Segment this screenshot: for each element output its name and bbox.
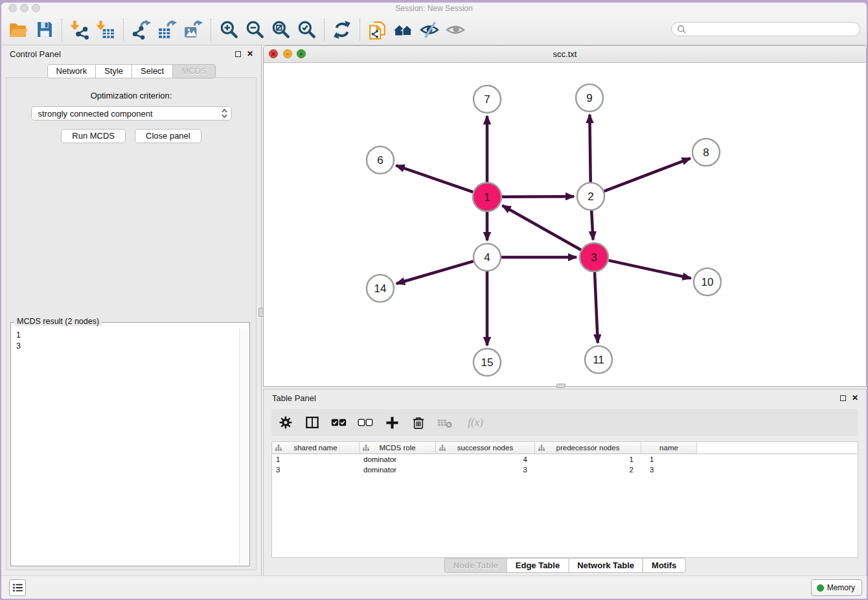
criterion-select[interactable]: strongly connected component [31, 106, 232, 121]
tab-node-table[interactable]: Node Table [444, 558, 507, 573]
graph-edge-2-9[interactable] [589, 115, 590, 182]
main-area: Control Panel ✕ NetworkStyleSelectMCDS O… [1, 45, 867, 576]
deselect-all-button[interactable] [358, 414, 373, 431]
mcds-result-legend: MCDS result (2 nodes) [14, 317, 102, 326]
tab-network-table[interactable]: Network Table [568, 558, 643, 573]
graph-node-label-2: 2 [588, 190, 593, 203]
table-cell: 3 [272, 465, 360, 475]
tab-edge-table[interactable]: Edge Table [507, 558, 569, 573]
export-image-button[interactable] [180, 17, 206, 42]
column-header-successor-nodes[interactable]: successor nodes [436, 442, 535, 454]
column-header-predecessor-nodes[interactable]: predecessor nodes [535, 442, 641, 454]
network-canvas[interactable]: 7968124314101511 [264, 63, 865, 386]
refresh-icon [332, 20, 352, 40]
graph-edge-1-6[interactable] [396, 165, 474, 192]
import-network-button[interactable] [67, 17, 93, 42]
horizontal-splitter-grip[interactable] [556, 384, 565, 388]
minimize-view-icon[interactable]: − [283, 49, 292, 58]
close-panel-button[interactable]: Close panel [135, 129, 201, 143]
table-cell: 1 [272, 454, 360, 465]
float-panel-icon[interactable] [235, 51, 241, 57]
table-options-button[interactable] [278, 414, 293, 431]
graph-edge-1-2[interactable] [502, 196, 574, 197]
graph-edge-4-14[interactable] [396, 261, 474, 284]
trash-icon [411, 415, 426, 430]
graph-node-label-10: 10 [702, 276, 714, 288]
mcds-result-line: 1 [16, 330, 235, 341]
graph-edge-2-8[interactable] [604, 158, 691, 191]
zoom-fit-icon [271, 20, 290, 40]
table-panel-title: Table Panel [264, 389, 866, 408]
add-row-button[interactable] [384, 414, 400, 431]
import-network-icon [70, 20, 89, 40]
main-toolbar [1, 14, 867, 45]
table-body: 1dominator4113dominator323 [272, 454, 858, 475]
table-cell: 2 [535, 465, 641, 475]
zoom-selected-button[interactable] [293, 17, 319, 42]
column-header-MCDS-role[interactable]: MCDS role [360, 442, 436, 454]
zoom-window-icon[interactable] [32, 4, 40, 12]
minimize-window-icon[interactable] [20, 4, 29, 12]
tab-network[interactable]: Network [47, 64, 96, 78]
table-row[interactable]: 3dominator323 [272, 465, 858, 475]
open-session-button[interactable] [5, 17, 31, 42]
graph-edge-3-10[interactable] [608, 260, 691, 279]
network-window-titlebar: ✕ − + scc.txt [264, 46, 866, 63]
apply-function-button: f(x) [464, 414, 487, 431]
result-scrollbar[interactable] [239, 329, 249, 565]
task-history-button[interactable] [9, 579, 26, 596]
zoom-out-button[interactable] [242, 17, 268, 42]
close-panel-icon[interactable]: ✕ [247, 51, 253, 58]
export-network-button[interactable] [128, 17, 154, 42]
search-input[interactable] [689, 24, 854, 34]
tab-mcds[interactable]: MCDS [172, 64, 215, 78]
search-box[interactable] [671, 22, 860, 36]
refresh-view-button[interactable] [329, 17, 355, 42]
close-table-panel-icon[interactable]: ✕ [852, 395, 858, 402]
graph-edge-3-1[interactable] [503, 205, 581, 249]
tab-style[interactable]: Style [95, 64, 132, 78]
eye-icon [446, 20, 465, 40]
toolbar-separator [123, 19, 124, 41]
close-window-icon[interactable] [8, 4, 17, 12]
table-row[interactable]: 1dominator411 [272, 454, 858, 465]
status-bar: Memory [1, 575, 867, 599]
memory-button[interactable]: Memory [811, 579, 862, 596]
reset-view-button[interactable] [391, 17, 417, 42]
eye-slash-icon [420, 20, 439, 40]
toolbar-separator [62, 19, 62, 41]
graph-edge-3-11[interactable] [595, 272, 598, 343]
delete-table-button [437, 414, 453, 431]
zoom-fit-button[interactable] [268, 17, 293, 42]
select-all-button[interactable] [331, 414, 347, 431]
float-table-panel-icon[interactable] [840, 395, 846, 401]
control-panel: Control Panel ✕ NetworkStyleSelectMCDS O… [1, 45, 262, 576]
close-view-icon[interactable]: ✕ [269, 49, 278, 58]
zoom-out-icon [245, 20, 264, 40]
maximize-view-icon[interactable]: + [297, 49, 306, 58]
tab-select[interactable]: Select [131, 64, 173, 78]
control-panel-title: Control Panel [1, 45, 261, 63]
graph-edge-2-3[interactable] [591, 211, 593, 240]
vertical-splitter-grip[interactable] [258, 308, 264, 317]
tab-motifs[interactable]: Motifs [643, 558, 685, 573]
window-title: Session: New Session [1, 3, 867, 15]
show-column-button[interactable] [304, 414, 320, 431]
control-panel-tabs: NetworkStyleSelectMCDS [47, 64, 215, 78]
zoom-in-button[interactable] [216, 17, 242, 42]
attribute-icon [439, 444, 446, 451]
hide-graphics-details-button[interactable] [417, 17, 442, 42]
mcds-panel: Optimization criterion: strongly connect… [6, 77, 257, 570]
column-header-name[interactable]: name [641, 442, 697, 454]
show-graphics-details-button[interactable] [442, 17, 468, 42]
mcds-result-list[interactable]: 13 [12, 329, 239, 564]
delete-row-button[interactable] [411, 414, 426, 431]
run-mcds-button[interactable]: Run MCDS [61, 129, 126, 143]
import-table-button[interactable] [93, 17, 119, 42]
save-session-button[interactable] [31, 17, 57, 42]
column-header-shared-name[interactable]: shared name [272, 442, 360, 454]
export-table-button[interactable] [154, 17, 180, 42]
clone-network-button[interactable] [365, 17, 391, 42]
node-table: shared nameMCDS rolesuccessor nodesprede… [271, 441, 858, 558]
table-cell: 1 [641, 454, 697, 465]
